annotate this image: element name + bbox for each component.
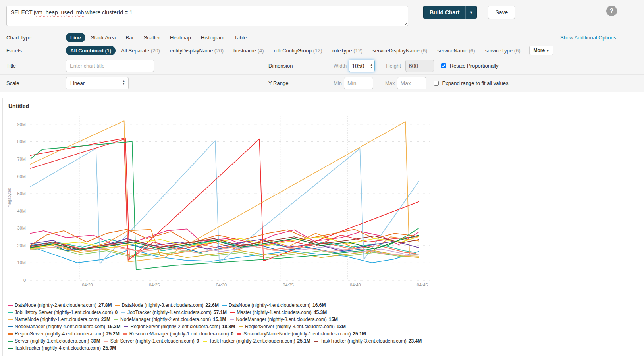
width-decrement-button[interactable]: ▼ <box>370 66 373 69</box>
legend-item: Solr Server (nightly-1.ent.cloudera.com)… <box>104 338 199 344</box>
legend-item: NodeManager (nightly-3.ent.cloudera.com)… <box>230 317 338 323</box>
facet-option-all-separate[interactable]: All Separate (20) <box>117 46 164 55</box>
facet-count: (12) <box>313 48 322 54</box>
y-tick-label: 50M <box>17 191 25 196</box>
chart-type-label: Chart Type <box>6 35 66 41</box>
legend-series-name: ResourceManager (nightly-1.ent.cloudera.… <box>129 331 229 337</box>
tsquery-input[interactable]: SELECT jvm_heap_used_mb where clusterId … <box>6 6 408 26</box>
legend-item: SecondaryNameNode (nightly-1.ent.clouder… <box>237 331 366 337</box>
legend-series-name: NodeManager (nightly-4.ent.cloudera.com) <box>15 324 105 330</box>
query-row: SELECT jvm_heap_used_mb where clusterId … <box>0 0 644 31</box>
facet-option-servicetype[interactable]: serviceType (6) <box>481 46 525 55</box>
legend-series-value: 23.4M <box>409 338 422 344</box>
facets-options: All Combined (1)All Separate (20)entityD… <box>66 46 526 55</box>
legend-series-value: 15.1M <box>213 317 226 323</box>
y-tick-label: 80M <box>17 139 25 144</box>
expand-range-checkbox[interactable] <box>434 81 439 86</box>
series-color-marker <box>124 326 128 327</box>
series-color-marker <box>114 319 118 320</box>
chart-type-option-histogram[interactable]: Histogram <box>197 33 229 42</box>
chart-preview-title: Untitled <box>3 98 436 110</box>
y-axis-title: megabytes <box>7 188 12 208</box>
facet-count: (6) <box>514 48 521 54</box>
legend-item: RegionServer (nightly-2.ent.cloudera.com… <box>124 324 235 330</box>
y-max-input[interactable] <box>397 77 426 89</box>
show-additional-options-link[interactable]: Show Additional Options <box>560 35 616 41</box>
series-color-marker <box>239 326 243 327</box>
scale-label: Scale <box>6 80 66 86</box>
legend-item: JobTracker (nightly-1.ent.cloudera.com)5… <box>121 310 227 315</box>
facet-option-roleconfiggroup[interactable]: roleConfigGroup (12) <box>270 46 327 55</box>
chart-type-option-table[interactable]: Table <box>230 33 251 42</box>
x-tick-label: 04:20 <box>82 283 93 287</box>
series-color-marker <box>8 312 13 313</box>
series-color-marker <box>8 305 13 306</box>
series-color-marker <box>8 333 13 335</box>
facets-label: Facets <box>6 48 66 54</box>
chart-type-option-stack-area[interactable]: Stack Area <box>87 33 120 42</box>
scale-select[interactable]: Linear ▲▼ <box>66 77 129 89</box>
series-color-marker <box>8 326 13 327</box>
legend-item: DataNode (nightly-3.ent.cloudera.com)22.… <box>115 302 218 308</box>
facet-option-entitydisplayname[interactable]: entityDisplayName (20) <box>166 46 228 55</box>
width-label: Width <box>334 63 347 69</box>
legend-series-value: 0 <box>115 310 118 315</box>
build-chart-dropdown-button[interactable]: ▼ <box>465 6 476 19</box>
series-color-marker <box>104 341 108 342</box>
legend-series-value: 25.1M <box>353 331 366 337</box>
legend-series-value: 15.2M <box>107 324 120 330</box>
legend-series-value: 30M <box>91 338 100 344</box>
legend-series-value: 23M <box>101 317 110 323</box>
y-tick-label: 10M <box>17 260 25 265</box>
chart-preview-panel: Untitled 010M20M30M40M50M60M70M80M90M04:… <box>2 98 436 356</box>
y-tick-label: 0 <box>23 278 25 283</box>
expand-range-label: Expand range to fit all values <box>442 80 509 86</box>
chart-type-option-heatmap[interactable]: Heatmap <box>166 33 195 42</box>
facet-option-servicename[interactable]: serviceName (6) <box>433 46 479 55</box>
legend-item: TaskTracker (nightly-4.ent.cloudera.com)… <box>8 345 116 351</box>
chevron-down-icon: ▼ <box>546 49 550 53</box>
width-input[interactable] <box>349 60 368 72</box>
legend-item: ResourceManager (nightly-1.ent.cloudera.… <box>123 331 233 337</box>
chart-type-option-bar[interactable]: Bar <box>121 33 138 42</box>
build-chart-split-button: Build Chart ▼ <box>423 6 477 19</box>
facet-option-servicedisplayname[interactable]: serviceDisplayName (6) <box>368 46 432 55</box>
facets-more-button[interactable]: More ▼ <box>529 46 554 55</box>
chart-type-options: LineStack AreaBarScatterHeatmapHistogram… <box>66 33 252 42</box>
height-input <box>405 60 434 72</box>
legend-series-value: 57.1M <box>214 310 227 315</box>
facet-count: (20) <box>214 48 224 54</box>
title-label: Title <box>6 63 66 69</box>
legend-item: NodeManager (nightly-2.ent.cloudera.com)… <box>114 317 226 323</box>
save-button[interactable]: Save <box>488 6 515 19</box>
legend-series-name: NodeManager (nightly-2.ent.cloudera.com) <box>120 317 211 323</box>
width-stepper: ▲ ▼ <box>368 60 374 72</box>
series-color-marker <box>222 305 227 306</box>
build-chart-button[interactable]: Build Chart <box>424 6 465 19</box>
facet-count: (6) <box>421 48 427 54</box>
chart-title-input[interactable] <box>66 60 154 72</box>
legend-series-value: 25.9M <box>103 345 116 351</box>
legend-item: RegionServer (nightly-3.ent.cloudera.com… <box>239 324 346 330</box>
facet-option-roletype[interactable]: roleType (12) <box>328 46 367 55</box>
legend-series-value: 16.6M <box>312 302 326 308</box>
width-input-wrap: ▲ ▼ <box>349 60 375 72</box>
query-text-suffix: where clusterId = 1 <box>84 9 133 15</box>
series-color-marker <box>230 319 234 320</box>
facet-option-all-combined[interactable]: All Combined (1) <box>66 46 116 55</box>
legend-series-value: 0 <box>197 338 199 344</box>
chart-type-option-scatter[interactable]: Scatter <box>139 33 164 42</box>
help-icon[interactable]: ? <box>606 6 617 16</box>
chevron-down-icon: ▼ <box>469 10 473 14</box>
legend-series-name: DataNode (nightly-4.ent.cloudera.com) <box>229 302 310 308</box>
resize-proportionally-checkbox[interactable] <box>441 63 446 68</box>
legend-series-name: JobHistory Server (nightly-1.ent.clouder… <box>15 310 113 315</box>
chart-type-option-line[interactable]: Line <box>66 33 85 42</box>
chart-builder-page: SELECT jvm_heap_used_mb where clusterId … <box>0 0 644 360</box>
scale-yrange-row: Scale Linear ▲▼ Y Range Min Max Expand r… <box>0 74 644 92</box>
y-min-input[interactable] <box>344 77 373 89</box>
facet-count: (1) <box>105 48 111 54</box>
width-increment-button[interactable]: ▲ <box>370 63 373 66</box>
facet-count: (6) <box>469 48 475 54</box>
facet-option-hostname[interactable]: hostname (4) <box>229 46 268 55</box>
